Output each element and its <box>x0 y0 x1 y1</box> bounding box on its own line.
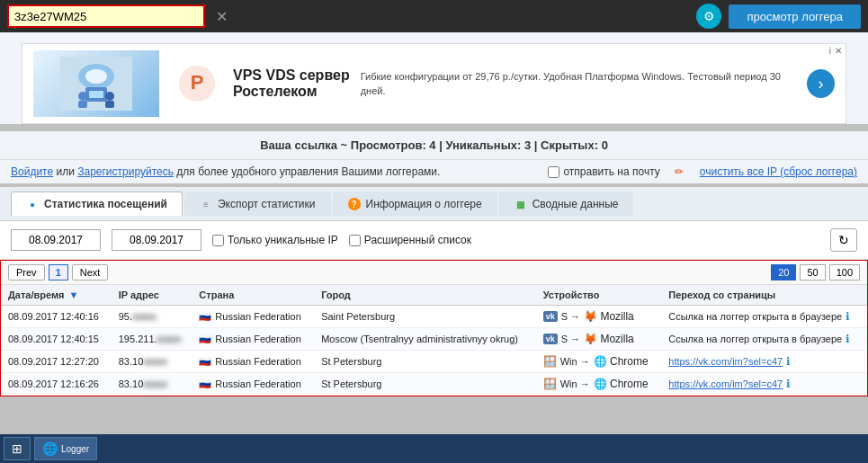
view-logger-button[interactable]: просмотр логгера <box>729 4 861 29</box>
ad-info-icon[interactable]: i <box>829 46 831 56</box>
col-city: Город <box>314 285 536 306</box>
tab-export-icon: ≡ <box>200 198 212 210</box>
clear-ip-link[interactable]: очистить все IP (сброс логгера) <box>700 165 857 178</box>
or-text: или <box>56 165 77 178</box>
extended-list-checkbox[interactable] <box>349 235 361 246</box>
svg-rect-6 <box>105 101 114 108</box>
datetime-sort-arrow: ▼ <box>69 289 79 300</box>
prev-page-button[interactable]: Prev <box>8 264 45 280</box>
tab-export-label: Экспорт статистики <box>218 198 316 210</box>
ad-arrow-button[interactable]: › <box>807 69 835 98</box>
cell-device: 🪟Win →🌐 Chrome <box>536 373 662 396</box>
extended-list-label[interactable]: Расширенный список <box>349 234 471 246</box>
tabs-bar: ● Статистика посещений ≡ Экспорт статист… <box>0 187 868 221</box>
table-row: 08.09.2017 12:16:2683.10●●●●🇷🇺Russian Fe… <box>1 373 867 396</box>
login-bar-right: отправить на почту ✏ очистить все IP (сб… <box>548 165 857 178</box>
email-label: отправить на почту <box>563 165 659 178</box>
info-icon[interactable]: ℹ <box>786 378 791 390</box>
ip-text: 95.●●●● <box>119 311 157 322</box>
unique-ip-text: Только уникальные IP <box>228 234 338 246</box>
col-datetime[interactable]: Дата/время ▼ <box>1 285 112 306</box>
tab-summary[interactable]: ▦ Сводные данные <box>499 191 634 216</box>
device-info: 🪟Win →🌐 Chrome <box>543 378 655 390</box>
ad-description: Гибкие конфигурации от 29,76 р./сутки. У… <box>361 69 796 99</box>
cell-referer: Ссылка на логгер открыта в браузереℹ <box>661 306 867 328</box>
info-icon[interactable]: ℹ <box>786 355 791 368</box>
date-from-input[interactable] <box>11 229 101 251</box>
flag-icon: 🇷🇺 <box>199 356 211 367</box>
email-checkbox-label[interactable]: отправить на почту <box>548 165 659 178</box>
tab-export[interactable]: ≡ Экспорт статистики <box>184 191 331 216</box>
referer-link[interactable]: https://vk.com/im?sel=c47 <box>668 356 783 367</box>
next-page-button[interactable]: Next <box>72 264 109 280</box>
table-container: Prev 1 Next 20 50 100 Дата/время ▼ IP ад… <box>0 260 868 396</box>
cell-ip: 195.211.●●●● <box>112 328 192 351</box>
cell-ip: 83.10●●●● <box>112 351 192 373</box>
info-icon[interactable]: ℹ <box>846 310 850 323</box>
taskbar-logger-label: Logger <box>61 444 89 454</box>
col-device: Устройство <box>536 285 662 306</box>
cell-country: 🇷🇺Russian Federation <box>192 351 314 373</box>
refresh-button[interactable]: ↻ <box>830 228 857 252</box>
cell-ip: 95.●●●● <box>112 306 192 328</box>
tab-visits[interactable]: ● Статистика посещений <box>11 191 183 216</box>
unique-ip-label[interactable]: Только уникальные IP <box>212 234 338 246</box>
login-link[interactable]: Войдите <box>11 165 53 178</box>
table-row: 08.09.2017 12:27:2083.10●●●●🇷🇺Russian Fe… <box>1 351 867 373</box>
device-arrow: Win → <box>560 356 590 367</box>
email-checkbox[interactable] <box>548 166 559 178</box>
extended-list-text: Расширенный список <box>364 234 471 246</box>
ad-image <box>33 50 159 117</box>
svg-point-2 <box>85 69 107 84</box>
cell-referer[interactable]: https://vk.com/im?sel=c47ℹ <box>661 373 867 396</box>
tab-summary-icon: ▦ <box>515 198 527 210</box>
referer-text: Ссылка на логгер открыта в браузере <box>668 334 842 344</box>
referer-link[interactable]: https://vk.com/im?sel=c47 <box>668 378 783 389</box>
top-bar: 3z3e27WM25 ✕ ⚙ просмотр логгера <box>0 0 868 32</box>
search-input[interactable]: 3z3e27WM25 <box>7 4 205 28</box>
current-page: 1 <box>49 264 68 280</box>
per-page-100-button[interactable]: 100 <box>829 264 860 280</box>
device-arrow: S → <box>561 311 580 322</box>
date-to-input[interactable] <box>112 229 201 251</box>
cell-device: vkS →🦊 Mozilla <box>536 328 662 351</box>
referer-text: Ссылка на логгер открыта в браузере <box>668 311 842 322</box>
logger-taskbar-icon: 🌐 <box>42 441 58 456</box>
ip-blur: ●●●● <box>143 356 167 367</box>
chrome-icon: 🌐 Chrome <box>594 378 649 390</box>
mozilla-icon: 🦊 Mozilla <box>584 333 634 345</box>
info-icon[interactable]: ℹ <box>846 333 850 345</box>
ip-text: 195.211.●●●● <box>119 334 181 344</box>
per-page-20-button[interactable]: 20 <box>771 264 796 280</box>
flag-icon: 🇷🇺 <box>199 311 211 322</box>
cell-country: 🇷🇺Russian Federation <box>192 373 314 396</box>
table-row: 08.09.2017 12:40:15195.211.●●●●🇷🇺Russian… <box>1 328 867 351</box>
per-page-50-button[interactable]: 50 <box>800 264 825 280</box>
svg-point-7 <box>78 92 87 101</box>
cell-datetime: 08.09.2017 12:27:20 <box>1 351 112 373</box>
tab-info[interactable]: ? Информация о логгере <box>333 191 497 216</box>
pagination-bar: Prev 1 Next 20 50 100 <box>1 261 867 285</box>
win-icon: 🪟 <box>543 355 557 368</box>
taskbar-logger-item[interactable]: 🌐 Logger <box>34 437 97 460</box>
cell-referer[interactable]: https://vk.com/im?sel=c47ℹ <box>661 351 867 373</box>
stats-bar: Ваша ссылка ~ Просмотров: 4 | Уникальных… <box>0 131 868 160</box>
register-link[interactable]: Зарегистрируйтесь <box>77 165 174 178</box>
ad-banner: i ✕ P VPS VDS серверРостелеком Ги <box>22 43 846 124</box>
close-search-button[interactable]: ✕ <box>216 8 228 25</box>
filter-bar: Только уникальные IP Расширенный список … <box>0 221 868 260</box>
unique-ip-checkbox[interactable] <box>212 235 224 246</box>
cell-country: 🇷🇺Russian Federation <box>192 306 314 328</box>
device-arrow: Win → <box>560 378 590 389</box>
svg-text:P: P <box>191 71 204 93</box>
device-arrow: S → <box>561 334 580 344</box>
vk-icon: vk <box>543 311 558 322</box>
cell-device: 🪟Win →🌐 Chrome <box>536 351 662 373</box>
tab-info-label: Информация о логгере <box>366 198 482 210</box>
cell-device: vkS →🦊 Mozilla <box>536 306 662 328</box>
table-row: 08.09.2017 12:40:1695.●●●●🇷🇺Russian Fede… <box>1 306 867 328</box>
ad-close-button[interactable]: ✕ <box>835 46 842 56</box>
start-icon: ⊞ <box>12 441 22 456</box>
taskbar-start[interactable]: ⊞ <box>4 437 31 460</box>
flag-icon: 🇷🇺 <box>199 378 211 389</box>
